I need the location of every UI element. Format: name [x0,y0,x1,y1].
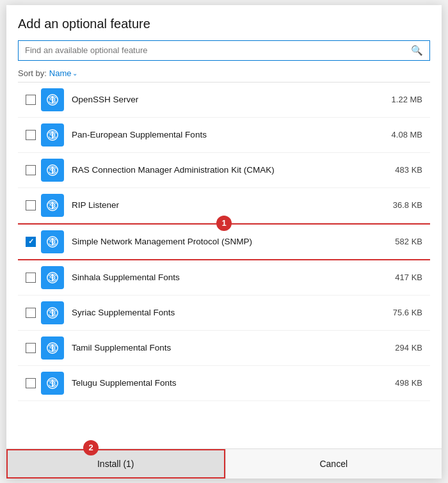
svg-point-9 [51,241,54,243]
checkbox-wrap [20,308,41,318]
feature-item[interactable]: 1 Simple Network Management Protocol (SN… [18,223,430,260]
feature-size: 4.08 MB [389,130,428,139]
checkbox-wrap [20,273,41,283]
feature-checkbox[interactable] [26,343,36,353]
feature-size: 483 KB [389,165,428,175]
cancel-button[interactable]: Cancel [225,449,442,479]
checkbox-wrap [20,200,41,210]
feature-icon [41,123,64,146]
feature-checkbox[interactable] [26,378,36,388]
add-optional-feature-dialog: Add an optional feature 🔍 Sort by: Name … [6,5,442,479]
feature-size: 36.8 KB [389,200,428,210]
feature-icon [41,301,64,324]
svg-point-5 [51,169,54,171]
svg-point-7 [51,204,54,207]
svg-point-15 [51,347,54,349]
feature-item[interactable]: Sinhala Supplemental Fonts417 KB [18,260,430,296]
checkbox-wrap [20,165,41,175]
svg-point-13 [51,312,54,314]
dialog-footer: 2 Install (1) Cancel [6,448,442,479]
feature-size: 294 KB [389,343,428,352]
feature-item[interactable]: Pan-European Supplemental Fonts4.08 MB [18,118,430,153]
feature-icon [41,230,64,253]
checkbox-wrap [20,237,41,247]
feature-size: 417 KB [389,273,428,282]
feature-size: 75.6 KB [389,308,428,317]
svg-point-3 [51,134,54,136]
feature-name: RIP Listener [72,200,389,210]
feature-item[interactable]: OpenSSH Server1.22 MB [18,83,430,118]
feature-icon [41,88,64,111]
feature-checkbox[interactable] [26,95,36,105]
svg-point-17 [51,382,54,384]
feature-name: Tamil Supplemental Fonts [72,343,389,352]
checkbox-wrap [20,378,41,388]
checkbox-wrap [20,343,41,353]
sort-bar: Sort by: Name ⌄ [18,68,430,78]
svg-point-11 [51,276,54,279]
feature-item[interactable]: Telugu Supplemental Fonts498 KB [18,366,430,401]
feature-name: Pan-European Supplemental Fonts [72,130,389,139]
feature-item[interactable]: RAS Connection Manager Administration Ki… [18,153,430,188]
feature-size: 582 KB [389,237,428,246]
dialog-title: Add an optional feature [18,17,430,31]
feature-name: Simple Network Management Protocol (SNMP… [72,237,389,246]
feature-size: 1.22 MB [389,95,428,104]
feature-checkbox[interactable] [26,273,36,283]
feature-name: Syriac Supplemental Fonts [72,308,389,317]
feature-list: OpenSSH Server1.22 MB Pan-European Suppl… [18,82,430,448]
sort-chevron-icon: ⌄ [72,70,77,77]
feature-name: Sinhala Supplemental Fonts [72,273,389,282]
sort-by-label: Sort by: [18,68,47,78]
install-button[interactable]: Install (1) [6,449,225,479]
feature-icon [41,266,64,289]
feature-checkbox[interactable] [26,237,36,247]
feature-checkbox[interactable] [26,308,36,318]
sort-name-button[interactable]: Name ⌄ [49,68,78,78]
feature-item[interactable]: Syriac Supplemental Fonts75.6 KB [18,296,430,331]
feature-name: OpenSSH Server [72,95,389,104]
feature-icon [41,159,64,182]
feature-icon [41,337,64,360]
search-input[interactable] [25,45,411,55]
feature-checkbox[interactable] [26,165,36,175]
feature-item[interactable]: Tamil Supplemental Fonts294 KB [18,331,430,366]
dialog-body: Add an optional feature 🔍 Sort by: Name … [6,5,442,448]
search-icon: 🔍 [411,45,423,56]
search-bar: 🔍 [18,40,430,61]
checkbox-wrap [20,95,41,105]
feature-checkbox[interactable] [26,130,36,140]
feature-size: 498 KB [389,378,428,388]
install-badge: 2 [83,440,99,455]
feature-checkbox[interactable] [26,200,36,210]
feature-name: RAS Connection Manager Administration Ki… [72,165,389,175]
feature-icon [41,194,64,217]
svg-point-1 [51,99,54,101]
feature-name: Telugu Supplemental Fonts [72,378,389,388]
checkbox-wrap [20,130,41,140]
feature-badge: 1 [216,216,232,231]
feature-icon [41,372,64,395]
